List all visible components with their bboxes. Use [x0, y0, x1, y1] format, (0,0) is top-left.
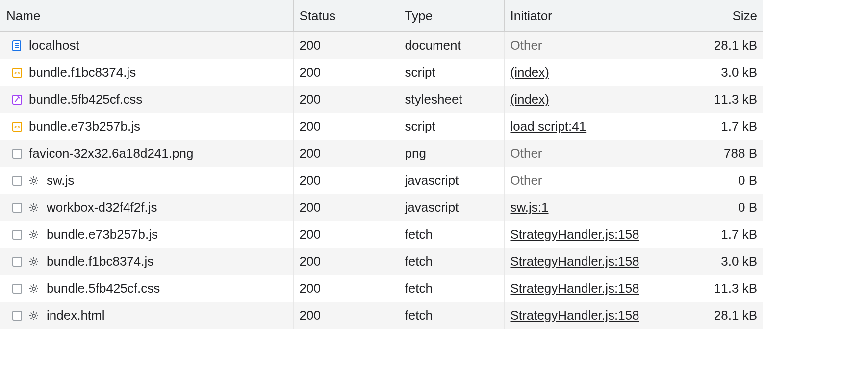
table-row[interactable]: favicon-32x32.6a18d241.png 200pngOther78… — [0, 140, 763, 167]
table-row[interactable]: bundle.e73b257b.js 200fetchStrategyHandl… — [0, 221, 763, 248]
initiator-text: Other — [511, 173, 542, 188]
request-name: bundle.e73b257b.js — [47, 227, 158, 242]
type-cell: fetch — [399, 248, 504, 275]
initiator-link[interactable]: StrategyHandler.js:158 — [511, 254, 639, 269]
initiator-link[interactable]: sw.js:1 — [511, 200, 549, 215]
initiator-text: Other — [511, 38, 542, 53]
generic-file-icon — [11, 148, 23, 160]
header-size[interactable]: Size — [685, 0, 763, 32]
table-row[interactable]: sw.js 200javascriptOther0 B — [0, 167, 763, 194]
table-row[interactable]: bundle.f1bc8374.js 200fetchStrategyHandl… — [0, 248, 763, 275]
table-row[interactable]: index.html 200fetchStrategyHandler.js:15… — [0, 302, 763, 329]
initiator-cell[interactable]: load script:41 — [504, 113, 685, 140]
generic-file-icon — [11, 256, 23, 268]
status-cell: 200 — [293, 194, 399, 221]
type-cell: stylesheet — [399, 86, 504, 113]
generic-file-icon — [11, 202, 23, 214]
table-row[interactable]: localhost 200documentOther28.1 kB — [0, 32, 763, 59]
status-cell: 200 — [293, 167, 399, 194]
type-cell: javascript — [399, 194, 504, 221]
initiator-link[interactable]: StrategyHandler.js:158 — [511, 227, 639, 242]
size-cell: 1.7 kB — [685, 221, 763, 248]
type-cell: png — [399, 140, 504, 167]
table-row[interactable]: bundle.f1bc8374.js 200script(index)3.0 k… — [0, 59, 763, 86]
status-cell: 200 — [293, 113, 399, 140]
status-cell: 200 — [293, 221, 399, 248]
type-cell: script — [399, 113, 504, 140]
generic-file-icon — [11, 229, 23, 241]
status-cell: 200 — [293, 302, 399, 329]
request-name: localhost — [29, 38, 79, 53]
size-cell: 0 B — [685, 167, 763, 194]
size-cell: 788 B — [685, 140, 763, 167]
network-table-panel: Name Status Type Initiator Size localhos… — [0, 0, 763, 329]
status-cell: 200 — [293, 32, 399, 59]
initiator-cell[interactable]: (index) — [504, 86, 685, 113]
status-cell: 200 — [293, 275, 399, 302]
type-cell: javascript — [399, 167, 504, 194]
header-type[interactable]: Type — [399, 0, 504, 32]
type-cell: fetch — [399, 221, 504, 248]
generic-file-icon — [11, 283, 23, 295]
generic-file-icon — [11, 175, 23, 187]
request-name: workbox-d32f4f2f.js — [47, 200, 157, 215]
initiator-cell[interactable]: sw.js:1 — [504, 194, 685, 221]
status-cell: 200 — [293, 86, 399, 113]
request-name: bundle.f1bc8374.js — [47, 254, 153, 269]
gear-icon — [29, 203, 39, 213]
request-name: index.html — [47, 308, 105, 323]
initiator-link[interactable]: (index) — [511, 92, 549, 107]
header-name[interactable]: Name — [0, 0, 293, 32]
request-name: bundle.e73b257b.js — [29, 119, 140, 134]
size-cell: 28.1 kB — [685, 302, 763, 329]
size-cell: 28.1 kB — [685, 32, 763, 59]
type-cell: script — [399, 59, 504, 86]
gear-icon — [29, 230, 39, 240]
gear-icon — [29, 257, 39, 267]
table-row[interactable]: bundle.5fb425cf.css 200stylesheet(index)… — [0, 86, 763, 113]
type-cell: fetch — [399, 302, 504, 329]
initiator-cell[interactable]: StrategyHandler.js:158 — [504, 248, 685, 275]
gear-icon — [29, 284, 39, 294]
initiator-cell[interactable]: StrategyHandler.js:158 — [504, 302, 685, 329]
js-file-icon — [11, 67, 23, 79]
size-cell: 11.3 kB — [685, 86, 763, 113]
document-file-icon — [11, 40, 23, 52]
size-cell: 3.0 kB — [685, 59, 763, 86]
initiator-text: Other — [511, 146, 542, 161]
status-cell: 200 — [293, 59, 399, 86]
type-cell: fetch — [399, 275, 504, 302]
js-file-icon — [11, 121, 23, 133]
initiator-link[interactable]: load script:41 — [511, 119, 587, 134]
request-name: favicon-32x32.6a18d241.png — [29, 146, 193, 161]
status-cell: 200 — [293, 140, 399, 167]
status-cell: 200 — [293, 248, 399, 275]
gear-icon — [29, 311, 39, 321]
initiator-link[interactable]: StrategyHandler.js:158 — [511, 308, 639, 323]
size-cell: 0 B — [685, 194, 763, 221]
initiator-cell: Other — [504, 140, 685, 167]
header-status[interactable]: Status — [293, 0, 399, 32]
table-row[interactable]: bundle.e73b257b.js 200scriptload script:… — [0, 113, 763, 140]
request-name: bundle.f1bc8374.js — [29, 65, 136, 80]
request-name: sw.js — [47, 173, 74, 188]
size-cell: 11.3 kB — [685, 275, 763, 302]
table-header-row: Name Status Type Initiator Size — [0, 0, 763, 32]
initiator-link[interactable]: StrategyHandler.js:158 — [511, 281, 639, 296]
table-row[interactable]: workbox-d32f4f2f.js 200javascriptsw.js:1… — [0, 194, 763, 221]
initiator-cell[interactable]: StrategyHandler.js:158 — [504, 221, 685, 248]
generic-file-icon — [11, 310, 23, 322]
size-cell: 1.7 kB — [685, 113, 763, 140]
size-cell: 3.0 kB — [685, 248, 763, 275]
initiator-cell[interactable]: (index) — [504, 59, 685, 86]
initiator-link[interactable]: (index) — [511, 65, 549, 80]
css-file-icon — [11, 94, 23, 106]
request-name: bundle.5fb425cf.css — [29, 92, 142, 107]
initiator-cell: Other — [504, 32, 685, 59]
table-row[interactable]: bundle.5fb425cf.css 200fetchStrategyHand… — [0, 275, 763, 302]
header-initiator[interactable]: Initiator — [504, 0, 685, 32]
type-cell: document — [399, 32, 504, 59]
gear-icon — [29, 176, 39, 186]
request-name: bundle.5fb425cf.css — [47, 281, 160, 296]
initiator-cell[interactable]: StrategyHandler.js:158 — [504, 275, 685, 302]
